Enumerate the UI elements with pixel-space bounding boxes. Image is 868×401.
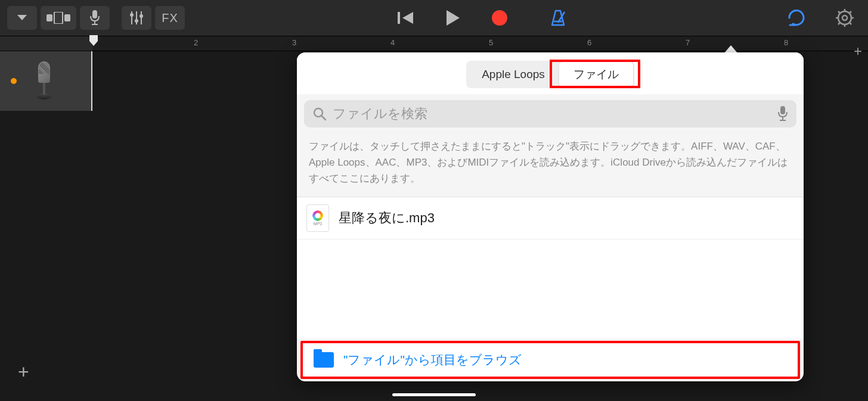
svg-line-24 xyxy=(849,22,851,24)
file-name: 星降る夜に.mp3 xyxy=(339,209,435,227)
timeline-ruler[interactable]: 2 3 4 5 6 7 8 xyxy=(0,36,868,51)
record-icon xyxy=(492,10,507,26)
settings-button[interactable] xyxy=(829,4,861,32)
gear-icon xyxy=(836,9,854,27)
play-icon xyxy=(447,10,460,26)
tab-files[interactable]: ファイル xyxy=(559,62,633,87)
loop-browser-button[interactable] xyxy=(780,5,813,31)
svg-line-23 xyxy=(838,11,841,14)
folder-icon xyxy=(314,352,334,368)
view-menu-button[interactable] xyxy=(7,6,37,30)
mixer-button[interactable] xyxy=(122,6,151,30)
track-header[interactable] xyxy=(0,51,92,111)
ruler-mark: 7 xyxy=(686,38,690,47)
metronome-icon xyxy=(549,10,567,26)
mic-input-button[interactable] xyxy=(80,6,110,30)
home-indicator[interactable] xyxy=(392,393,476,396)
record-enable-dot[interactable] xyxy=(11,78,17,84)
svg-point-9 xyxy=(135,19,138,23)
skip-back-icon xyxy=(398,11,414,25)
chevron-down-icon xyxy=(17,14,27,21)
play-button[interactable] xyxy=(439,5,467,30)
svg-point-18 xyxy=(842,15,847,20)
search-box xyxy=(304,100,796,128)
fx-button[interactable]: FX xyxy=(155,6,185,30)
helper-text: ファイルは、タッチして押さえたままにすると"トラック"表示にドラッグできます。A… xyxy=(297,133,804,197)
ruler-mark: 4 xyxy=(390,38,395,47)
file-row[interactable]: MP3 星降る夜に.mp3 xyxy=(297,197,804,240)
browse-label: "ファイル"から項目をブラウズ xyxy=(343,352,522,368)
loop-icon xyxy=(787,10,806,26)
microphone-icon xyxy=(89,10,100,26)
svg-line-25 xyxy=(838,22,841,24)
add-track-button[interactable]: + xyxy=(18,361,29,383)
track-instrument-icon xyxy=(31,60,57,102)
svg-rect-12 xyxy=(398,12,400,24)
svg-point-13 xyxy=(492,10,507,26)
main-toolbar: FX xyxy=(0,0,868,36)
sliders-icon xyxy=(129,10,144,26)
svg-rect-2 xyxy=(64,14,70,21)
svg-rect-29 xyxy=(780,106,785,114)
tab-apple-loops[interactable]: Apple Loops xyxy=(467,62,559,87)
svg-rect-1 xyxy=(54,12,63,24)
record-button[interactable] xyxy=(485,5,514,30)
svg-rect-3 xyxy=(92,10,97,18)
file-browser-popover: Apple Loops ファイル ファイルは、タッチして押さえたままにすると"ト… xyxy=(297,52,804,381)
add-section-button[interactable]: + xyxy=(854,43,862,60)
ruler-mark: 8 xyxy=(784,38,788,47)
ruler-mark: 6 xyxy=(587,38,591,47)
svg-point-11 xyxy=(140,14,143,18)
svg-line-26 xyxy=(849,11,851,14)
ruler-mark: 2 xyxy=(194,38,198,47)
svg-line-28 xyxy=(321,116,326,120)
svg-rect-0 xyxy=(46,14,52,21)
search-input[interactable] xyxy=(333,106,771,122)
svg-point-7 xyxy=(130,13,134,17)
audio-file-icon: MP3 xyxy=(306,204,329,232)
browse-files-button[interactable]: "ファイル"から項目をブラウズ xyxy=(300,341,800,379)
ruler-mark: 3 xyxy=(292,38,296,47)
ruler-mark: 5 xyxy=(489,38,493,47)
dictation-icon[interactable] xyxy=(777,106,788,122)
track-view-button[interactable] xyxy=(41,6,76,30)
metronome-button[interactable] xyxy=(542,5,574,31)
tab-bar: Apple Loops ファイル xyxy=(297,52,804,94)
rewind-button[interactable] xyxy=(390,6,421,30)
search-icon xyxy=(312,107,327,121)
file-list: MP3 星降る夜に.mp3 xyxy=(297,197,804,338)
track-blocks-icon xyxy=(46,12,70,24)
